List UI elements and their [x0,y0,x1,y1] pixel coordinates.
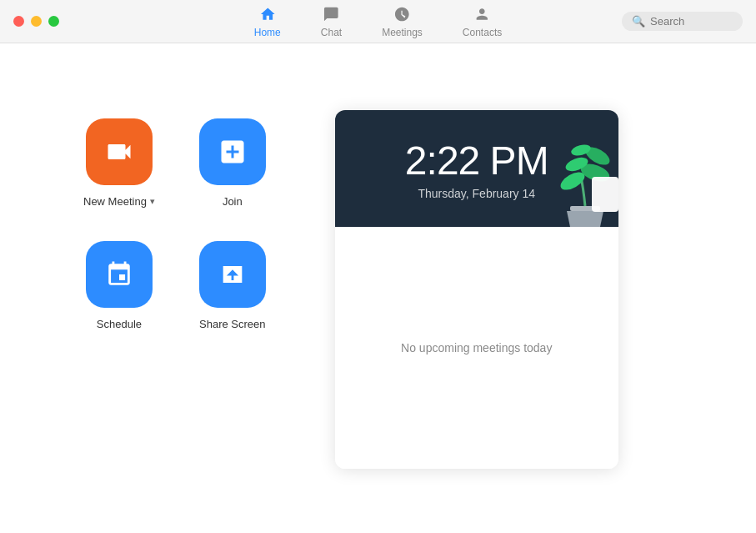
search-bar[interactable]: 🔍 [622,12,743,31]
nav-item-home[interactable]: Home [251,0,284,45]
home-icon [259,6,276,25]
svg-rect-7 [592,177,618,212]
plant-svg [552,118,618,227]
calendar-body: No upcoming meetings today [335,227,618,469]
main-content: New Meeting ▾ Join Schedule [0,43,756,533]
nav-item-contacts[interactable]: Contacts [459,0,505,45]
search-input[interactable] [650,15,733,28]
maximize-button[interactable] [48,16,59,27]
join-item: Join [197,118,268,208]
minimize-button[interactable] [31,16,42,27]
new-meeting-label: New Meeting ▾ [83,195,155,208]
svg-marker-1 [567,211,603,227]
nav-label-contacts: Contacts [463,27,502,38]
schedule-item: Schedule [83,241,155,330]
nav-item-chat[interactable]: Chat [318,0,345,45]
new-meeting-text: New Meeting [83,195,147,208]
chevron-icon: ▾ [150,196,155,207]
join-text: Join [223,195,243,208]
plus-icon [218,137,248,167]
new-meeting-item: New Meeting ▾ [83,118,155,208]
calendar-date: Thursday, February 14 [418,187,535,200]
action-grid: New Meeting ▾ Join Schedule [83,93,268,500]
nav-item-meetings[interactable]: Meetings [378,0,426,45]
calendar-time: 2:22 PM [405,138,548,184]
camera-icon [104,137,134,167]
nav-label-meetings: Meetings [382,27,423,38]
chat-icon [323,6,339,25]
main-nav: Home Chat Meetings Contacts [251,0,505,43]
share-screen-text: Share Screen [199,318,266,330]
search-icon: 🔍 [632,15,645,28]
calendar-widget: 2:22 PM Thursday, February 14 [335,110,618,469]
share-screen-button[interactable] [199,241,266,308]
join-label: Join [223,195,243,208]
contacts-icon [474,6,491,25]
traffic-lights [13,16,59,27]
close-button[interactable] [13,16,24,27]
calendar-header: 2:22 PM Thursday, February 14 [335,110,618,227]
new-meeting-button[interactable] [86,118,153,185]
nav-label-home: Home [254,27,281,38]
meetings-icon [394,6,411,25]
plant-decoration [552,110,618,227]
calendar-icon [105,260,133,289]
no-meetings-text: No upcoming meetings today [401,341,552,354]
join-button[interactable] [199,118,266,185]
share-screen-label: Share Screen [199,318,266,330]
share-screen-item: Share Screen [197,241,268,330]
upload-icon [218,260,247,289]
title-bar: Home Chat Meetings Contacts 🔍 [0,0,756,43]
nav-label-chat: Chat [321,27,342,38]
schedule-label: Schedule [97,318,142,330]
schedule-text: Schedule [97,318,142,330]
schedule-button[interactable] [86,241,153,308]
